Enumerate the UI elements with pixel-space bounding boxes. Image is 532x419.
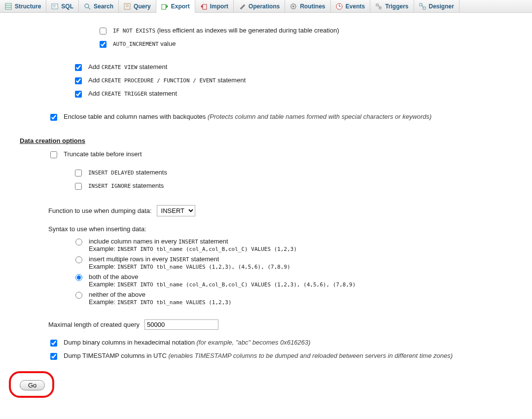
create-procedure-label: Add CREATE PROCEDURE / FUNCTION / EVENT … bbox=[88, 76, 246, 84]
syntax-neither-example: Example: INSERT INTO tbl_name VALUES (1,… bbox=[89, 298, 232, 306]
designer-icon bbox=[419, 3, 426, 10]
create-trigger-label: Add CREATE TRIGGER statement bbox=[88, 90, 177, 97]
syntax-multiple-rows-label: insert multiple rows in every INSERT sta… bbox=[89, 255, 290, 263]
syntax-radio-neither[interactable] bbox=[75, 292, 82, 299]
syntax-radio-both[interactable] bbox=[75, 274, 82, 281]
create-view-label: Add CREATE VIEW statement bbox=[88, 63, 167, 70]
truncate-label: Truncate table before insert bbox=[64, 150, 142, 158]
svg-rect-21 bbox=[420, 3, 422, 6]
go-highlight-annotation bbox=[9, 371, 54, 398]
dump-binary-label: Dump binary columns in hexadecimal notat… bbox=[64, 339, 311, 346]
dump-timestamp-checkbox[interactable] bbox=[50, 353, 57, 360]
tab-triggers[interactable]: Triggers bbox=[370, 0, 414, 12]
dump-function-select[interactable]: INSERT bbox=[157, 205, 195, 216]
max-length-input[interactable] bbox=[144, 319, 218, 330]
svg-point-14 bbox=[292, 5, 294, 7]
auto-increment-checkbox[interactable] bbox=[100, 41, 106, 48]
svg-rect-11 bbox=[162, 4, 166, 9]
dump-timestamp-label: Dump TIMESTAMP columns in UTC (enables T… bbox=[64, 352, 453, 359]
backquotes-checkbox[interactable] bbox=[50, 114, 57, 121]
svg-line-7 bbox=[88, 7, 90, 9]
svg-rect-18 bbox=[376, 4, 378, 6]
syntax-radio-multiple-rows[interactable] bbox=[75, 256, 82, 263]
tab-operations[interactable]: Operations bbox=[234, 0, 285, 12]
tab-query[interactable]: Query bbox=[119, 0, 156, 12]
import-icon bbox=[200, 3, 207, 10]
search-icon bbox=[84, 3, 91, 10]
create-view-checkbox[interactable] bbox=[75, 64, 82, 71]
max-length-label: Maximal length of created query bbox=[48, 321, 140, 328]
svg-rect-0 bbox=[5, 3, 11, 9]
syntax-both-label: both of the above bbox=[89, 273, 355, 280]
if-not-exists-checkbox[interactable] bbox=[100, 28, 106, 35]
tab-export[interactable]: Export bbox=[156, 0, 195, 13]
syntax-both-example: Example: INSERT INTO tbl_name (col_A,col… bbox=[89, 280, 355, 288]
events-icon bbox=[336, 3, 343, 10]
tab-search[interactable]: Search bbox=[79, 0, 119, 12]
syntax-neither-label: neither of the above bbox=[89, 291, 232, 298]
sql-icon bbox=[51, 3, 58, 10]
if-not-exists-label: IF NOT EXISTS (less efficient as indexes… bbox=[113, 27, 339, 34]
svg-rect-3 bbox=[52, 4, 58, 9]
tab-import[interactable]: Import bbox=[195, 0, 234, 12]
svg-point-6 bbox=[85, 4, 89, 8]
insert-delayed-label: INSERT DELAYED statements bbox=[88, 169, 167, 176]
create-procedure-checkbox[interactable] bbox=[75, 77, 82, 84]
syntax-radio-include-columns[interactable] bbox=[75, 239, 82, 245]
routines-icon bbox=[290, 3, 297, 10]
auto-increment-label: AUTO_INCREMENT value bbox=[113, 40, 176, 47]
insert-delayed-checkbox[interactable] bbox=[75, 170, 82, 176]
backquotes-label: Enclose table and column names with back… bbox=[64, 113, 431, 120]
insert-ignore-checkbox[interactable] bbox=[75, 183, 82, 190]
syntax-multiple-rows-example: Example: INSERT INTO tbl_name VALUES (1,… bbox=[89, 263, 290, 270]
svg-rect-22 bbox=[423, 7, 426, 9]
dump-binary-checkbox[interactable] bbox=[50, 340, 57, 347]
tab-bar: Structure SQL Search Query Export Import… bbox=[0, 0, 532, 13]
syntax-include-columns-example: Example: INSERT INTO tbl_name (col_A,col… bbox=[89, 245, 297, 252]
insert-ignore-label: INSERT IGNORE statements bbox=[88, 182, 164, 189]
export-form: IF NOT EXISTS (less efficient as indexes… bbox=[0, 13, 532, 410]
data-creation-heading: Data creation options bbox=[20, 137, 512, 144]
svg-rect-12 bbox=[203, 4, 207, 9]
syntax-include-columns-label: include column names in every INSERT sta… bbox=[89, 238, 297, 245]
create-trigger-checkbox[interactable] bbox=[75, 91, 82, 98]
structure-icon bbox=[5, 3, 12, 10]
dump-function-label: Function to use when dumping data: bbox=[48, 207, 152, 214]
query-icon bbox=[124, 3, 131, 10]
tab-structure[interactable]: Structure bbox=[0, 0, 46, 12]
syntax-label: Syntax to use when inserting data: bbox=[48, 225, 146, 233]
tab-sql[interactable]: SQL bbox=[46, 0, 79, 12]
operations-icon bbox=[239, 3, 246, 10]
export-icon bbox=[161, 3, 168, 10]
triggers-icon bbox=[375, 3, 382, 10]
tab-routines[interactable]: Routines bbox=[285, 0, 330, 12]
truncate-checkbox[interactable] bbox=[50, 151, 57, 158]
tab-events[interactable]: Events bbox=[331, 0, 370, 12]
tab-designer[interactable]: Designer bbox=[414, 0, 460, 12]
